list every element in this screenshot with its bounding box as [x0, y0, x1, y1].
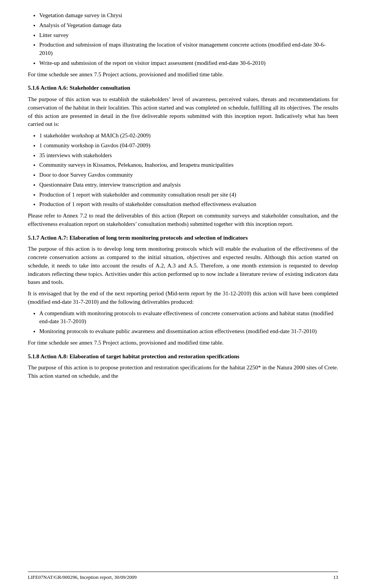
section-518-heading: 5.1.8 Action A.8: Elaboration of target …: [28, 353, 338, 361]
section-516-p1: The purpose of this action was to establ…: [28, 95, 338, 129]
footer-left-text: LIFE07NAT/GR/000296, Inception report, 3…: [28, 574, 137, 580]
section-517-p2: It is envisaged that by the end of the n…: [28, 290, 338, 306]
annex-reference: For time schedule see annex 7.5 Project …: [28, 71, 338, 79]
list-item: Litter survey: [39, 31, 338, 40]
list-item: Production of 1 report with stakeholder …: [39, 191, 338, 199]
section-517-p1: The purpose of this action is to develop…: [28, 245, 338, 287]
list-item: A compendium with monitoring protocols t…: [39, 309, 338, 326]
section-517-heading: 5.1.7 Action A.7: Elaboration of long te…: [28, 234, 338, 242]
section-518-p1: The purpose of this action is to propose…: [28, 364, 338, 380]
list-item: Monitoring protocols to evaluate public …: [39, 327, 338, 336]
section-517-bullet-list: A compendium with monitoring protocols t…: [39, 309, 338, 336]
list-item: Community surveys in Kissamos, Pelekanou…: [39, 161, 338, 169]
list-item: Production and submission of maps illust…: [39, 41, 338, 58]
page: Vegetation damage survey in Chrysi Analy…: [0, 0, 366, 588]
section-516-p2: Please refer to Annex 7.2 to read the de…: [28, 212, 338, 229]
list-item: Analysis of Vegetation damage data: [39, 21, 338, 30]
list-item: Vegetation damage survey in Chrysi: [39, 11, 338, 20]
section-516-heading: 5.1.6 Action A.6: Stakeholder consultati…: [28, 84, 338, 92]
list-item: 1 community workshop in Gavdos (04-07-20…: [39, 142, 338, 150]
list-item: Production of 1 report with results of s…: [39, 200, 338, 209]
list-item: Write-up and submission of the report on…: [39, 59, 338, 68]
top-bullet-list: Vegetation damage survey in Chrysi Analy…: [39, 11, 338, 68]
footer-right-text: 13: [333, 574, 338, 580]
section-517-para-end: For time schedule see annex 7.5 Project …: [28, 339, 338, 347]
list-item: Questionnaire Data entry, interview tran…: [39, 181, 338, 189]
list-item: 1 stakeholder workshop at MAICh (25-02-2…: [39, 132, 338, 140]
list-item: Door to door Survey Gavdos community: [39, 171, 338, 179]
section-516-bullet-list: 1 stakeholder workshop at MAICh (25-02-2…: [39, 132, 338, 209]
list-item: 35 interviews with stakeholders: [39, 151, 338, 160]
page-footer: LIFE07NAT/GR/000296, Inception report, 3…: [28, 572, 338, 580]
